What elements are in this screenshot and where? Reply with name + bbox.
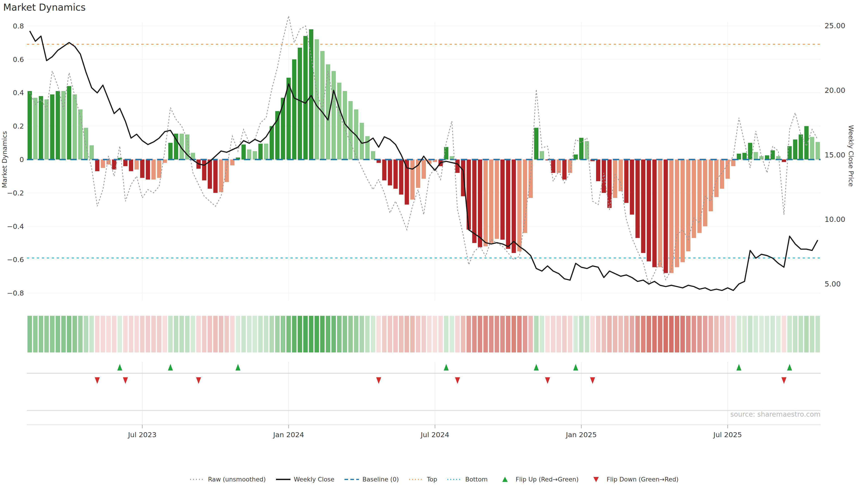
dashed-line-icon [344, 476, 360, 483]
dynamics-bar [664, 160, 668, 273]
dynamics-bar [737, 154, 741, 160]
heatmap-cell [647, 316, 651, 352]
dynamics-bar [444, 147, 448, 160]
heatmap-cell [534, 316, 539, 352]
heatmap-cell [191, 316, 195, 352]
heatmap-cell [140, 316, 145, 352]
legend-item-label: Weekly Close [294, 476, 335, 483]
dynamics-bar [258, 144, 263, 160]
dynamics-bar [720, 160, 724, 189]
heatmap-cell [568, 316, 572, 352]
heatmap-cell [765, 316, 769, 352]
flip-down-marker [781, 377, 786, 384]
dynamics-bar [489, 160, 493, 243]
heatmap-cell [438, 316, 443, 352]
left-tick-label: 0.6 [13, 55, 24, 64]
dotted-line-icon [447, 476, 463, 483]
heatmap-cell [376, 316, 381, 352]
heatmap-cell [782, 316, 786, 352]
heatmap-cell [523, 316, 527, 352]
heatmap-cell [613, 316, 617, 352]
heatmap-cell [467, 316, 471, 352]
dynamics-bar [619, 160, 623, 191]
heatmap-cell [799, 316, 803, 352]
dynamics-bar [478, 160, 482, 247]
dynamics-bar [799, 134, 803, 160]
legend-item-3: Top [408, 476, 437, 483]
heatmap-cell [725, 316, 730, 352]
left-tick-label: 0.8 [13, 22, 24, 30]
flip-up-marker [444, 364, 449, 370]
legend-item-4: Bottom [447, 476, 488, 483]
heatmap-cell [28, 316, 32, 352]
dynamics-bar [405, 160, 409, 205]
heatmap-cell [78, 316, 83, 352]
triangle-up-icon [497, 476, 513, 483]
right-tick-label: 5.00 [825, 280, 841, 288]
heatmap-cell [354, 316, 359, 352]
heatmap-cell [337, 316, 342, 352]
dynamics-bar [393, 160, 398, 189]
source-credit: source: sharemaestro.com [730, 410, 820, 418]
dynamics-bar [123, 160, 127, 166]
heatmap-cell [607, 316, 612, 352]
heatmap-cell [67, 316, 71, 352]
dynamics-bar [562, 160, 567, 180]
heatmap-cell [33, 316, 37, 352]
dynamics-bar [320, 51, 324, 160]
legend-item-0: Raw (unsmoothed) [189, 476, 266, 483]
solid-line-icon [275, 476, 291, 483]
heatmap-cell [579, 316, 584, 352]
dynamics-bar [208, 160, 212, 189]
left-axis-title: Market Dynamics [1, 131, 8, 188]
heatmap-cell [703, 316, 708, 352]
heatmap-cell [512, 316, 516, 352]
dynamics-bar [309, 29, 313, 160]
heatmap-cell [253, 316, 257, 352]
heatmap-cell [770, 316, 775, 352]
dynamics-bar [782, 160, 786, 162]
dynamics-bar [168, 143, 173, 160]
dynamics-bar [725, 160, 730, 179]
heatmap-cell [630, 316, 634, 352]
triangle-down-icon [588, 476, 604, 483]
dynamics-bar [241, 144, 246, 160]
dynamics-bar [810, 137, 814, 160]
dynamics-bar [652, 160, 657, 267]
dynamics-bar [50, 94, 55, 160]
heatmap-cell [393, 316, 398, 352]
legend-item-label: Baseline (0) [362, 476, 399, 483]
dynamics-bar [224, 160, 229, 182]
flip-marker-panel [27, 362, 820, 425]
dynamics-bar [253, 151, 257, 160]
heatmap-cell [281, 316, 285, 352]
heatmap-cell [787, 316, 792, 352]
heatmap-cell [675, 316, 679, 352]
heatmap-cell [56, 316, 60, 352]
flip-up-marker [787, 364, 792, 370]
dynamics-bar [332, 71, 336, 160]
dynamics-bar [422, 160, 426, 179]
heatmap-cell [601, 316, 606, 352]
left-tick-label: −0.2 [7, 189, 24, 197]
heatmap-cell [264, 316, 268, 352]
heatmap-cell [776, 316, 780, 352]
heatmap-cell [759, 316, 764, 352]
heatmap-cell [720, 316, 724, 352]
heatmap-cell [669, 316, 674, 352]
heatmap-cell [562, 316, 567, 352]
heatmap-cell [292, 316, 297, 352]
left-tick-label: −0.4 [7, 222, 24, 230]
heatmap-cell [714, 316, 719, 352]
dynamics-bar [680, 160, 685, 262]
heatmap-cell [303, 316, 308, 352]
flip-down-marker [376, 377, 381, 384]
heatmap-cell [44, 316, 49, 352]
dynamics-bar [523, 160, 527, 233]
heatmap-cell [236, 316, 240, 352]
dynamics-bar [512, 160, 516, 253]
raw-line [30, 16, 817, 285]
heatmap-cell [399, 316, 403, 352]
heatmap-cell [804, 316, 809, 352]
heatmap-cell [219, 316, 223, 352]
